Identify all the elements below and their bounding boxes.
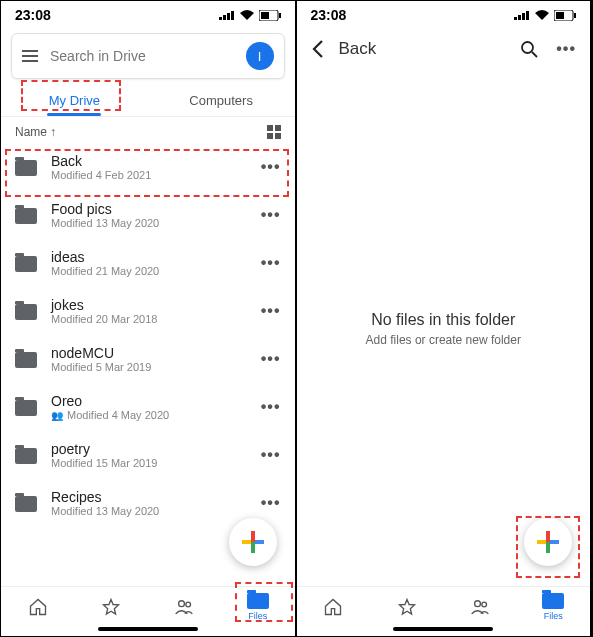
file-subtitle: Modified 13 May 2020 (51, 505, 247, 517)
nav-files-label: Files (248, 611, 267, 621)
nav-home[interactable] (297, 593, 370, 621)
list-item[interactable]: nodeMCU Modified 5 Mar 2019 ••• (1, 335, 295, 383)
folder-icon (15, 448, 37, 464)
file-name: ideas (51, 249, 247, 265)
file-name: poetry (51, 441, 247, 457)
hamburger-icon[interactable] (22, 50, 38, 62)
shared-icon: 👥 (51, 410, 63, 421)
empty-title: No files in this folder (371, 311, 515, 329)
more-icon[interactable]: ••• (261, 494, 281, 512)
svg-rect-2 (227, 13, 230, 20)
list-item[interactable]: Oreo 👥Modified 4 May 2020 ••• (1, 383, 295, 431)
empty-subtitle: Add files or create new folder (366, 333, 521, 347)
list-item[interactable]: jokes Modified 20 Mar 2018 ••• (1, 287, 295, 335)
list-item[interactable]: Back Modified 4 Feb 2021 ••• (1, 143, 295, 191)
screen-right: 23:08 Back ••• No files in this folder A… (297, 1, 593, 636)
fab-add-button[interactable] (229, 518, 277, 566)
list-item[interactable]: ideas Modified 21 May 2020 ••• (1, 239, 295, 287)
tab-my-drive[interactable]: My Drive (1, 83, 148, 116)
plus-icon (537, 531, 559, 553)
screen-left: 23:08 Search in Drive I My Drive Compute… (1, 1, 297, 636)
wifi-icon (239, 9, 255, 21)
home-icon (28, 597, 48, 617)
more-icon[interactable]: ••• (261, 398, 281, 416)
empty-state: No files in this folder Add files or cre… (297, 71, 591, 586)
nav-files-label: Files (544, 611, 563, 621)
tab-computers[interactable]: Computers (148, 83, 295, 116)
file-name: Back (51, 153, 247, 169)
bottom-nav: Files (1, 586, 295, 623)
more-icon[interactable]: ••• (261, 254, 281, 272)
file-subtitle: Modified 21 May 2020 (51, 265, 247, 277)
more-icon[interactable]: ••• (556, 40, 576, 58)
nav-files[interactable]: Files (221, 593, 294, 621)
star-icon (101, 597, 121, 617)
more-icon[interactable]: ••• (261, 446, 281, 464)
nav-shared[interactable] (148, 593, 221, 621)
tabs: My Drive Computers (1, 83, 295, 117)
folder-icon (15, 352, 37, 368)
nav-starred[interactable] (370, 593, 443, 621)
battery-icon (554, 10, 576, 21)
list-item[interactable]: Food pics Modified 13 May 2020 ••• (1, 191, 295, 239)
sort-row: Name ↑ (1, 117, 295, 143)
sort-button[interactable]: Name ↑ (15, 125, 56, 139)
file-subtitle: Modified 4 Feb 2021 (51, 169, 247, 181)
file-name: nodeMCU (51, 345, 247, 361)
battery-icon (259, 10, 281, 21)
status-bar: 23:08 (1, 1, 295, 27)
nav-shared[interactable] (443, 593, 516, 621)
search-placeholder: Search in Drive (50, 48, 234, 64)
file-name: Recipes (51, 489, 247, 505)
nav-files[interactable]: Files (517, 593, 590, 621)
file-name: jokes (51, 297, 247, 313)
search-bar[interactable]: Search in Drive I (11, 33, 285, 79)
folder-icon (15, 160, 37, 176)
wifi-icon (534, 9, 550, 21)
svg-point-19 (482, 602, 487, 607)
fab-add-button[interactable] (524, 518, 572, 566)
signal-icon (219, 10, 235, 20)
home-indicator (98, 627, 198, 631)
svg-rect-0 (219, 17, 222, 20)
folder-header: Back ••• (297, 27, 591, 71)
status-time: 23:08 (15, 7, 51, 23)
status-time: 23:08 (311, 7, 347, 23)
file-name: Oreo (51, 393, 247, 409)
svg-rect-15 (574, 13, 576, 18)
status-icons (514, 9, 576, 21)
people-icon (470, 597, 490, 617)
file-subtitle: Modified 20 Mar 2018 (51, 313, 247, 325)
folder-icon (15, 208, 37, 224)
avatar[interactable]: I (246, 42, 274, 70)
svg-point-7 (179, 601, 185, 607)
svg-rect-14 (556, 12, 564, 19)
file-name: Food pics (51, 201, 247, 217)
more-icon[interactable]: ••• (261, 206, 281, 224)
svg-rect-3 (231, 11, 234, 20)
nav-starred[interactable] (74, 593, 147, 621)
svg-rect-5 (261, 12, 269, 19)
grid-view-icon[interactable] (267, 125, 281, 139)
arrow-up-icon: ↑ (50, 125, 56, 139)
list-item[interactable]: poetry Modified 15 Mar 2019 ••• (1, 431, 295, 479)
svg-rect-6 (279, 13, 281, 18)
plus-icon (242, 531, 264, 553)
svg-rect-1 (223, 15, 226, 20)
svg-point-18 (475, 601, 481, 607)
file-subtitle: Modified 13 May 2020 (51, 217, 247, 229)
folder-title: Back (339, 39, 507, 59)
svg-rect-11 (522, 13, 525, 20)
search-icon[interactable] (520, 40, 538, 58)
chevron-left-icon[interactable] (311, 39, 325, 59)
status-bar: 23:08 (297, 1, 591, 27)
home-indicator (393, 627, 493, 631)
more-icon[interactable]: ••• (261, 350, 281, 368)
svg-rect-9 (514, 17, 517, 20)
more-icon[interactable]: ••• (261, 158, 281, 176)
file-subtitle: Modified 5 Mar 2019 (51, 361, 247, 373)
more-icon[interactable]: ••• (261, 302, 281, 320)
nav-home[interactable] (1, 593, 74, 621)
folder-icon (15, 304, 37, 320)
signal-icon (514, 10, 530, 20)
